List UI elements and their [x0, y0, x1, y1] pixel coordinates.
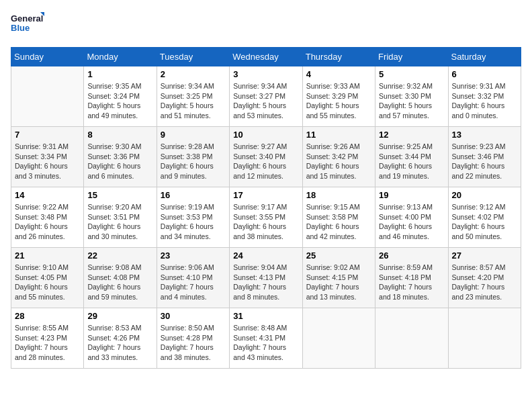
day-info: Sunrise: 9:22 AMSunset: 3:48 PMDaylight:… [15, 202, 80, 242]
calendar-day-cell: 22Sunrise: 9:08 AMSunset: 4:08 PMDayligh… [84, 248, 157, 308]
svg-text:General: General [11, 13, 43, 24]
calendar-day-cell: 19Sunrise: 9:13 AMSunset: 4:00 PMDayligh… [375, 187, 448, 248]
calendar-day-cell: 14Sunrise: 9:22 AMSunset: 3:48 PMDayligh… [11, 187, 84, 248]
calendar-day-cell: 21Sunrise: 9:10 AMSunset: 4:05 PMDayligh… [11, 248, 84, 308]
calendar-day-cell: 3Sunrise: 9:34 AMSunset: 3:27 PMDaylight… [230, 66, 302, 127]
calendar-day-cell: 16Sunrise: 9:19 AMSunset: 3:53 PMDayligh… [157, 187, 229, 248]
logo-svg: General Blue [11, 11, 44, 39]
day-number: 9 [161, 130, 226, 140]
calendar-day-cell: 15Sunrise: 9:20 AMSunset: 3:51 PMDayligh… [84, 187, 157, 248]
day-info: Sunrise: 9:10 AMSunset: 4:05 PMDaylight:… [15, 263, 80, 302]
day-number: 6 [452, 69, 517, 79]
calendar-day-cell: 2Sunrise: 9:34 AMSunset: 3:25 PMDaylight… [157, 66, 229, 127]
day-info: Sunrise: 9:23 AMSunset: 3:46 PMDaylight:… [452, 142, 517, 181]
calendar-day-cell: 1Sunrise: 9:35 AMSunset: 3:24 PMDaylight… [84, 66, 157, 127]
day-number: 3 [233, 69, 298, 79]
calendar-day-cell: 23Sunrise: 9:06 AMSunset: 4:10 PMDayligh… [157, 248, 229, 308]
calendar-week-row: 7Sunrise: 9:31 AMSunset: 3:34 PMDaylight… [11, 127, 521, 187]
calendar-day-cell: 8Sunrise: 9:30 AMSunset: 3:36 PMDaylight… [84, 127, 157, 187]
day-info: Sunrise: 9:12 AMSunset: 4:02 PMDaylight:… [452, 202, 517, 242]
day-number: 24 [233, 250, 298, 261]
day-of-week-header: Sunday [11, 48, 84, 66]
page-header: General Blue [11, 11, 521, 39]
day-number: 15 [87, 190, 152, 200]
day-number: 26 [379, 250, 444, 261]
calendar-day-cell: 27Sunrise: 8:57 AMSunset: 4:20 PMDayligh… [448, 248, 521, 308]
calendar-day-cell [375, 308, 448, 369]
day-number: 17 [233, 190, 298, 200]
day-info: Sunrise: 9:25 AMSunset: 3:44 PMDaylight:… [379, 142, 444, 181]
day-info: Sunrise: 9:32 AMSunset: 3:30 PMDaylight:… [379, 81, 444, 121]
day-number: 13 [452, 130, 517, 140]
day-number: 27 [452, 250, 517, 261]
day-number: 23 [161, 250, 226, 261]
day-info: Sunrise: 9:27 AMSunset: 3:40 PMDaylight:… [233, 142, 298, 181]
logo: General Blue [11, 11, 44, 39]
day-number: 19 [379, 190, 444, 200]
day-number: 1 [87, 69, 152, 79]
calendar-day-cell: 12Sunrise: 9:25 AMSunset: 3:44 PMDayligh… [375, 127, 448, 187]
day-number: 25 [306, 250, 371, 261]
svg-text:Blue: Blue [11, 23, 30, 33]
day-info: Sunrise: 9:20 AMSunset: 3:51 PMDaylight:… [87, 202, 152, 242]
day-info: Sunrise: 9:02 AMSunset: 4:15 PMDaylight:… [306, 263, 371, 302]
calendar-day-cell: 13Sunrise: 9:23 AMSunset: 3:46 PMDayligh… [448, 127, 521, 187]
calendar-day-cell: 25Sunrise: 9:02 AMSunset: 4:15 PMDayligh… [302, 248, 375, 308]
day-info: Sunrise: 9:08 AMSunset: 4:08 PMDaylight:… [87, 263, 152, 302]
day-info: Sunrise: 9:33 AMSunset: 3:29 PMDaylight:… [306, 81, 371, 121]
calendar-day-cell: 10Sunrise: 9:27 AMSunset: 3:40 PMDayligh… [230, 127, 302, 187]
day-number: 7 [15, 130, 80, 140]
calendar-header-row: SundayMondayTuesdayWednesdayThursdayFrid… [11, 48, 521, 66]
calendar-day-cell: 5Sunrise: 9:32 AMSunset: 3:30 PMDaylight… [375, 66, 448, 127]
calendar-day-cell: 24Sunrise: 9:04 AMSunset: 4:13 PMDayligh… [230, 248, 302, 308]
day-info: Sunrise: 8:57 AMSunset: 4:20 PMDaylight:… [452, 263, 517, 302]
day-of-week-header: Friday [375, 48, 448, 66]
calendar-day-cell [11, 66, 84, 127]
calendar-day-cell: 11Sunrise: 9:26 AMSunset: 3:42 PMDayligh… [302, 127, 375, 187]
calendar-day-cell: 18Sunrise: 9:15 AMSunset: 3:58 PMDayligh… [302, 187, 375, 248]
day-number: 4 [306, 69, 371, 79]
day-info: Sunrise: 9:17 AMSunset: 3:55 PMDaylight:… [233, 202, 298, 242]
day-info: Sunrise: 9:26 AMSunset: 3:42 PMDaylight:… [306, 142, 371, 181]
day-of-week-header: Monday [84, 48, 157, 66]
calendar-day-cell: 20Sunrise: 9:12 AMSunset: 4:02 PMDayligh… [448, 187, 521, 248]
day-info: Sunrise: 9:30 AMSunset: 3:36 PMDaylight:… [87, 142, 152, 181]
day-number: 11 [306, 130, 371, 140]
calendar-day-cell: 26Sunrise: 8:59 AMSunset: 4:18 PMDayligh… [375, 248, 448, 308]
calendar-day-cell: 29Sunrise: 8:53 AMSunset: 4:26 PMDayligh… [84, 308, 157, 369]
day-info: Sunrise: 9:31 AMSunset: 3:32 PMDaylight:… [452, 81, 517, 121]
day-info: Sunrise: 9:04 AMSunset: 4:13 PMDaylight:… [233, 263, 298, 302]
day-info: Sunrise: 9:28 AMSunset: 3:38 PMDaylight:… [161, 142, 226, 181]
calendar-day-cell: 9Sunrise: 9:28 AMSunset: 3:38 PMDaylight… [157, 127, 229, 187]
day-number: 14 [15, 190, 80, 200]
day-info: Sunrise: 9:34 AMSunset: 3:25 PMDaylight:… [161, 81, 226, 121]
day-number: 10 [233, 130, 298, 140]
calendar-week-row: 1Sunrise: 9:35 AMSunset: 3:24 PMDaylight… [11, 66, 521, 127]
day-number: 29 [87, 311, 152, 321]
day-number: 12 [379, 130, 444, 140]
calendar-week-row: 21Sunrise: 9:10 AMSunset: 4:05 PMDayligh… [11, 248, 521, 308]
day-number: 5 [379, 69, 444, 79]
day-number: 8 [87, 130, 152, 140]
day-number: 2 [161, 69, 226, 79]
day-number: 28 [15, 311, 80, 321]
calendar-day-cell: 6Sunrise: 9:31 AMSunset: 3:32 PMDaylight… [448, 66, 521, 127]
day-number: 22 [87, 250, 152, 261]
day-of-week-header: Wednesday [230, 48, 302, 66]
calendar-day-cell: 31Sunrise: 8:48 AMSunset: 4:31 PMDayligh… [230, 308, 302, 369]
calendar: SundayMondayTuesdayWednesdayThursdayFrid… [11, 47, 521, 369]
day-info: Sunrise: 9:34 AMSunset: 3:27 PMDaylight:… [233, 81, 298, 121]
day-number: 30 [161, 311, 226, 321]
calendar-day-cell: 17Sunrise: 9:17 AMSunset: 3:55 PMDayligh… [230, 187, 302, 248]
day-info: Sunrise: 8:55 AMSunset: 4:23 PMDaylight:… [15, 323, 80, 363]
day-info: Sunrise: 8:59 AMSunset: 4:18 PMDaylight:… [379, 263, 444, 302]
calendar-day-cell: 7Sunrise: 9:31 AMSunset: 3:34 PMDaylight… [11, 127, 84, 187]
day-number: 21 [15, 250, 80, 261]
day-info: Sunrise: 9:13 AMSunset: 4:00 PMDaylight:… [379, 202, 444, 242]
day-number: 16 [161, 190, 226, 200]
calendar-week-row: 28Sunrise: 8:55 AMSunset: 4:23 PMDayligh… [11, 308, 521, 369]
day-of-week-header: Tuesday [157, 48, 229, 66]
calendar-day-cell: 4Sunrise: 9:33 AMSunset: 3:29 PMDaylight… [302, 66, 375, 127]
calendar-day-cell: 30Sunrise: 8:50 AMSunset: 4:28 PMDayligh… [157, 308, 229, 369]
day-of-week-header: Saturday [448, 48, 521, 66]
